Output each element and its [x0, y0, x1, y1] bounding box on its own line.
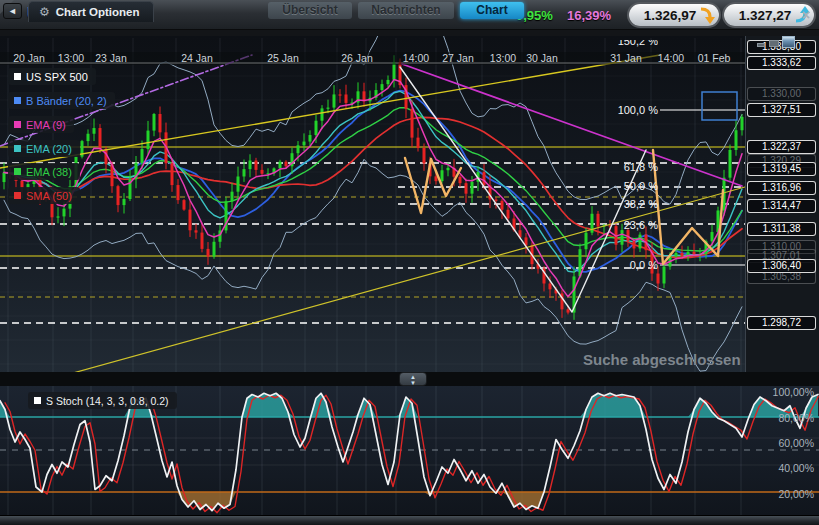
trendline-5 — [405, 158, 461, 213]
candle-body — [483, 172, 486, 185]
tab-nachrichten[interactable]: Nachrichten — [358, 2, 454, 19]
candle-body — [213, 242, 216, 257]
trendline-1 — [0, 55, 660, 168]
stoch-axis-label: 40,00% — [752, 462, 814, 474]
legend-label: EMA (20) — [26, 143, 72, 155]
price-label: 1.327,51 — [747, 103, 816, 117]
candle-body — [315, 121, 318, 135]
time-tick-label: 14:00 — [658, 52, 684, 64]
stoch-axis-label: 20,00% — [752, 488, 814, 500]
legend-label: B Bänder (20, 2) — [26, 95, 107, 107]
candle-body — [417, 138, 420, 148]
stoch-axis-label: 80,00% — [752, 412, 814, 424]
buy-price: 1.327,27 — [736, 8, 794, 23]
legend-chip[interactable]: EMA (38) — [8, 163, 80, 180]
chart-options-label: Chart Optionen — [56, 6, 140, 18]
tab-uebersicht[interactable]: Übersicht — [268, 2, 352, 19]
legend-bullet — [14, 145, 21, 152]
fib-level-label: 100,0 % — [588, 104, 658, 116]
candle-body — [183, 200, 186, 209]
candle-body — [327, 108, 330, 109]
candle-body — [153, 114, 156, 131]
candle-body — [99, 128, 102, 149]
candle-body — [681, 253, 684, 256]
candle-body — [495, 200, 498, 201]
sell-button[interactable]: 1.326,97 — [629, 4, 719, 26]
candle-body — [735, 130, 738, 150]
time-tick-label: 31 Jan — [610, 52, 642, 64]
fib-label-cut: 150,2 % — [588, 40, 658, 48]
legend-bullet — [14, 97, 21, 104]
candle-body — [567, 309, 570, 312]
candle-body — [729, 150, 732, 178]
panel-divider: ▲ ▼ — [0, 372, 819, 386]
legend-chip[interactable]: B Bänder (20, 2) — [8, 92, 115, 109]
time-tick-label: 13:00 — [490, 52, 516, 64]
price-label: 1.319,45 — [747, 162, 816, 176]
chart-minimize-icon[interactable] — [757, 43, 765, 47]
candle-body — [585, 233, 588, 250]
price-label: 1.306,40 — [747, 259, 816, 273]
stochastic-legend-label: S Stoch (14, 3, 3, 0.8, 0.2) — [46, 395, 169, 407]
candle-body — [3, 173, 6, 182]
candle-body — [123, 199, 126, 205]
candle-body — [93, 128, 96, 134]
candle-body — [345, 94, 348, 102]
candle-body — [63, 209, 66, 217]
candle-body — [339, 94, 342, 95]
trendline-2 — [55, 187, 745, 375]
stoch-axis-label: 60,00% — [752, 437, 814, 449]
candle-body — [411, 109, 414, 138]
fib-level-label: 38,2 % — [588, 198, 658, 210]
candle-body — [261, 170, 264, 174]
time-tick-label: 01 Feb — [698, 52, 731, 64]
candle-body — [207, 249, 210, 257]
legend-bullet — [14, 121, 21, 128]
divider-resize-button[interactable]: ▲ ▼ — [399, 372, 427, 386]
chart-options-tab[interactable]: ⚙ Chart Optionen — [28, 1, 154, 22]
candle-body — [201, 233, 204, 249]
candle-body — [303, 142, 306, 146]
legend-chip[interactable]: US SPX 500 — [8, 68, 96, 85]
candle-body — [297, 145, 300, 153]
candle-body — [387, 80, 390, 84]
candle-body — [501, 201, 504, 210]
legend-chip[interactable]: EMA (20) — [8, 140, 80, 157]
candle-body — [285, 162, 288, 167]
legend-chip[interactable]: SMA (50) — [8, 187, 80, 204]
price-label: 1.322,37 — [747, 140, 816, 154]
candle-body — [675, 253, 678, 256]
candle-body — [171, 163, 174, 185]
collapse-panel-icon[interactable]: ◄ — [3, 3, 22, 19]
candle-body — [471, 182, 474, 194]
legend-bullet — [14, 73, 21, 80]
candle-body — [393, 62, 396, 80]
fib-level-label: 50,0 % — [588, 180, 658, 192]
candle-body — [657, 274, 660, 284]
legend-label: EMA (9) — [26, 119, 66, 131]
candle-body — [663, 267, 666, 284]
candle-body — [321, 108, 324, 120]
stoch-axis-label: 100,00% — [752, 386, 814, 398]
candle-body — [447, 168, 450, 170]
price-label: 1.333,62 — [747, 56, 816, 70]
candle-body — [177, 185, 180, 200]
status-message: Suche abgeschlossen — [583, 351, 783, 368]
chart-restore-icon[interactable] — [769, 40, 779, 47]
legend-bullet — [34, 397, 41, 404]
stochastic-legend-chip[interactable]: S Stoch (14, 3, 3, 0.8, 0.2) — [28, 392, 177, 409]
candle-body — [309, 135, 312, 142]
time-tick-label: 20 Jan — [13, 52, 45, 64]
candle-body — [621, 230, 624, 245]
candle-body — [423, 148, 426, 163]
time-tick-label: 24 Jan — [181, 52, 213, 64]
tab-chart[interactable]: Chart — [460, 2, 524, 19]
chart-maximize-icon[interactable] — [782, 36, 795, 48]
candle-body — [189, 210, 192, 231]
time-tick-label: 30 Jan — [526, 52, 558, 64]
legend-chip[interactable]: EMA (9) — [8, 116, 74, 133]
candle-body — [231, 192, 234, 202]
candle-body — [711, 232, 714, 241]
close-icon[interactable]: × — [797, 6, 815, 24]
fib-level-label: 23,6 % — [588, 219, 658, 231]
